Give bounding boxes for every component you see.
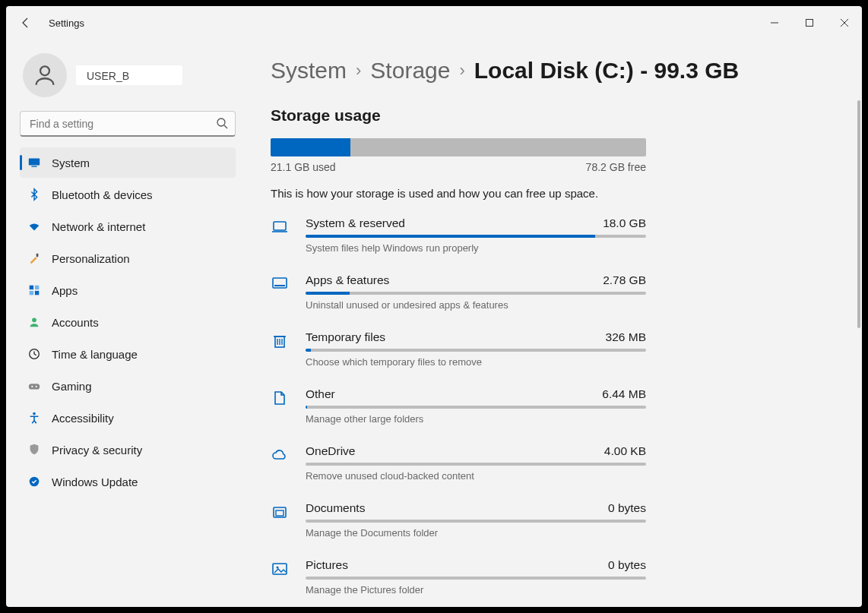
minimize-button[interactable] [757,6,792,39]
sidebar-item-bluetooth[interactable]: Bluetooth & devices [20,179,236,210]
time-icon [27,347,41,361]
category-size: 326 MB [606,330,646,344]
avatar [23,53,67,97]
sidebar-item-update[interactable]: Windows Update [20,466,236,497]
category-pictures[interactable]: Pictures 0 bytes Manage the Pictures fol… [271,558,646,596]
breadcrumb: System › Storage › Local Disk (C:) - 99.… [271,58,825,84]
category-size: 2.78 GB [603,273,646,287]
svg-rect-14 [29,384,40,389]
svg-rect-10 [30,291,33,295]
brush-icon [27,251,41,265]
sidebar-item-label: Bluetooth & devices [52,188,153,201]
svg-rect-19 [274,222,286,230]
sidebar-item-label: System [52,156,90,169]
sidebar-item-gaming[interactable]: Gaming [20,371,236,401]
app-title: Settings [49,17,84,29]
svg-point-17 [33,412,36,416]
shield-icon [27,443,41,457]
sidebar-item-system[interactable]: System [20,147,236,178]
scrollbar[interactable] [857,100,860,328]
category-bar [306,349,646,352]
storage-usage-fill [271,138,350,156]
category-docs[interactable]: Documents 0 bytes Manage the Documents f… [271,501,646,539]
sidebar-item-time[interactable]: Time & language [20,339,236,369]
gaming-icon [27,379,41,393]
update-icon [27,475,41,488]
sidebar-item-account[interactable]: Accounts [20,307,236,337]
sidebar-item-label: Accounts [52,316,99,329]
system-icon [27,156,41,169]
category-name: OneDrive [306,444,355,458]
accessibility-icon [27,411,41,425]
main-content: System › Storage › Local Disk (C:) - 99.… [249,39,862,607]
back-button[interactable] [17,14,35,32]
close-button[interactable] [827,6,862,39]
svg-rect-11 [35,291,39,295]
category-name: Other [306,387,335,401]
category-name: Apps & features [306,273,389,287]
user-row[interactable]: USER_B [20,49,236,111]
breadcrumb-current: Local Disk (C:) - 99.3 GB [474,58,739,84]
sidebar-item-label: Gaming [52,380,92,393]
pictures-icon [271,558,290,596]
category-name: System & reserved [306,216,405,230]
cloud-icon [271,444,290,482]
category-desc: Manage the Pictures folder [306,584,646,596]
category-laptop[interactable]: System & reserved 18.0 GB System files h… [271,216,646,254]
sidebar-item-brush[interactable]: Personalization [20,243,236,273]
sidebar-item-accessibility[interactable]: Accessibility [20,403,236,433]
sidebar-item-label: Time & language [52,348,138,361]
category-fill [306,292,350,295]
svg-rect-7 [36,254,39,258]
chevron-right-icon: › [459,61,464,81]
storage-usage-bar [271,138,646,156]
account-icon [27,315,41,329]
svg-rect-9 [35,286,39,289]
category-desc: Manage other large folders [306,413,646,425]
docs-icon [271,501,290,539]
bluetooth-icon [27,188,41,201]
category-other[interactable]: Other 6.44 MB Manage other large folders [271,387,646,425]
svg-point-15 [31,386,33,387]
settings-window: Settings USER_B [6,6,862,607]
category-name: Documents [306,501,365,515]
category-bar [306,406,646,409]
sidebar-item-label: Privacy & security [52,444,142,457]
category-body: OneDrive 4.00 KB Remove unused cloud-bac… [306,444,646,482]
category-fill [306,349,311,352]
category-size: 6.44 MB [602,387,646,401]
svg-rect-1 [806,20,813,27]
category-body: System & reserved 18.0 GB System files h… [306,216,646,254]
category-body: Temporary files 326 MB Choose which temp… [306,330,646,368]
category-body: Other 6.44 MB Manage other large folders [306,387,646,425]
category-desc: Manage the Documents folder [306,527,646,539]
usage-description: This is how your storage is used and how… [271,187,825,200]
category-cloud[interactable]: OneDrive 4.00 KB Remove unused cloud-bac… [271,444,646,482]
search-wrap [20,111,236,137]
used-label: 21.1 GB used [271,161,336,173]
username-box: USER_B [76,65,182,85]
sidebar-item-label: Network & internet [52,220,145,233]
category-apps2[interactable]: Apps & features 2.78 GB Uninstall unused… [271,273,646,311]
sidebar-item-label: Accessibility [52,412,114,425]
sidebar: USER_B SystemBluetooth & devicesNetwork … [6,39,249,607]
category-desc: Remove unused cloud-backed content [306,470,646,482]
search-input[interactable] [20,111,236,137]
category-body: Apps & features 2.78 GB Uninstall unused… [306,273,646,311]
maximize-button[interactable] [792,6,827,39]
sidebar-item-wifi[interactable]: Network & internet [20,211,236,242]
sidebar-item-label: Windows Update [52,476,138,488]
free-label: 78.2 GB free [586,161,646,173]
sidebar-item-apps[interactable]: Apps [20,275,236,305]
sidebar-item-label: Personalization [52,252,130,265]
chevron-right-icon: › [356,61,361,81]
svg-rect-29 [276,510,284,516]
breadcrumb-storage[interactable]: Storage [370,58,450,84]
svg-point-3 [217,118,225,126]
svg-rect-8 [30,286,33,289]
breadcrumb-system[interactable]: System [271,58,347,84]
sidebar-item-shield[interactable]: Privacy & security [20,434,236,465]
category-body: Documents 0 bytes Manage the Documents f… [306,501,646,539]
category-trash[interactable]: Temporary files 326 MB Choose which temp… [271,330,646,368]
svg-rect-21 [273,278,287,288]
